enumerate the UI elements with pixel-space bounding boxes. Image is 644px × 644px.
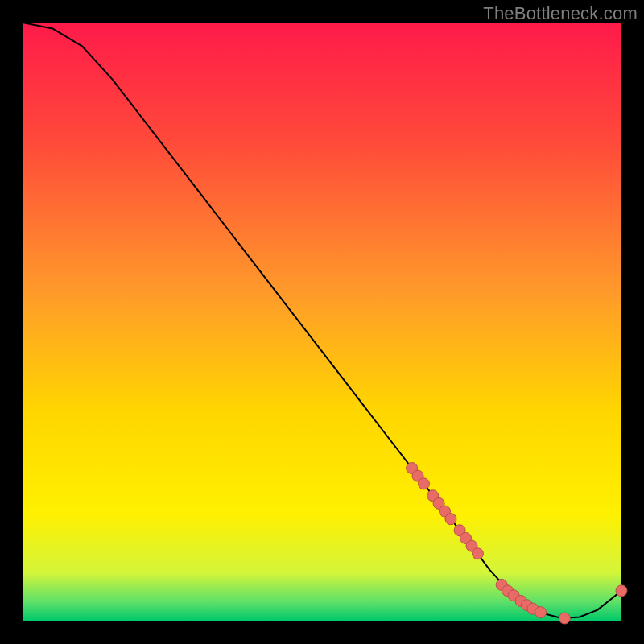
plot-background [23,23,621,621]
watermark-text: TheBottleneck.com [483,3,638,24]
chart-container: TheBottleneck.com [0,0,644,644]
data-point [472,548,483,559]
data-point [559,613,570,624]
chart-svg [0,0,644,644]
data-point [445,514,456,525]
data-point [616,585,627,597]
data-point [535,607,547,618]
data-point [418,478,429,489]
